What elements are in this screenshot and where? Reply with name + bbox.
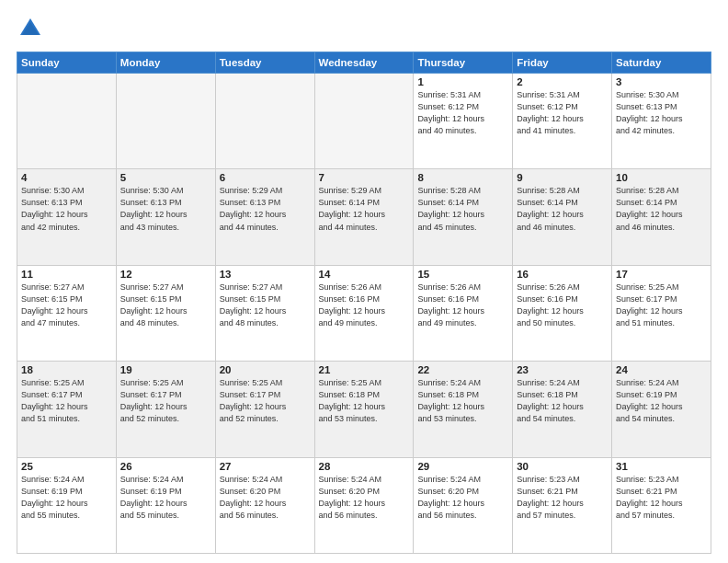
week-row-5: 25Sunrise: 5:24 AMSunset: 6:19 PMDayligh… (17, 457, 711, 553)
header-day-tuesday: Tuesday (215, 52, 314, 74)
day-number: 11 (21, 269, 112, 280)
day-info: Sunrise: 5:29 AMSunset: 6:13 PMDaylight:… (220, 185, 311, 233)
day-info: Sunrise: 5:26 AMSunset: 6:16 PMDaylight:… (417, 282, 508, 329)
day-number: 3 (616, 76, 707, 87)
day-number: 25 (21, 461, 112, 472)
day-number: 8 (417, 172, 508, 183)
week-row-4: 18Sunrise: 5:25 AMSunset: 6:17 PMDayligh… (17, 362, 711, 457)
day-number: 6 (220, 172, 311, 183)
day-number: 13 (220, 269, 311, 280)
day-info: Sunrise: 5:30 AMSunset: 6:13 PMDaylight:… (120, 185, 211, 233)
day-cell: 27Sunrise: 5:24 AMSunset: 6:20 PMDayligh… (215, 457, 314, 553)
day-cell: 20Sunrise: 5:25 AMSunset: 6:17 PMDayligh… (215, 362, 314, 457)
day-cell: 21Sunrise: 5:25 AMSunset: 6:18 PMDayligh… (314, 362, 414, 457)
week-row-3: 11Sunrise: 5:27 AMSunset: 6:15 PMDayligh… (17, 265, 711, 361)
day-info: Sunrise: 5:25 AMSunset: 6:17 PMDaylight:… (220, 377, 311, 425)
day-number: 2 (517, 76, 608, 87)
day-info: Sunrise: 5:24 AMSunset: 6:20 PMDaylight:… (220, 474, 311, 522)
day-info: Sunrise: 5:30 AMSunset: 6:13 PMDaylight:… (616, 89, 707, 137)
day-info: Sunrise: 5:24 AMSunset: 6:18 PMDaylight:… (417, 377, 508, 425)
day-number: 19 (120, 364, 211, 375)
day-cell: 13Sunrise: 5:27 AMSunset: 6:15 PMDayligh… (215, 265, 314, 361)
day-cell: 15Sunrise: 5:26 AMSunset: 6:16 PMDayligh… (414, 265, 513, 361)
day-cell: 19Sunrise: 5:25 AMSunset: 6:17 PMDayligh… (116, 362, 215, 457)
calendar-header: SundayMondayTuesdayWednesdayThursdayFrid… (17, 52, 711, 74)
day-cell: 3Sunrise: 5:30 AMSunset: 6:13 PMDaylight… (612, 74, 711, 169)
day-info: Sunrise: 5:25 AMSunset: 6:17 PMDaylight:… (616, 282, 707, 329)
page: SundayMondayTuesdayWednesdayThursdayFrid… (0, 0, 728, 563)
day-number: 31 (616, 461, 707, 472)
day-cell (314, 74, 414, 169)
day-number: 14 (319, 269, 410, 280)
day-cell: 9Sunrise: 5:28 AMSunset: 6:14 PMDaylight… (513, 169, 612, 265)
day-info: Sunrise: 5:27 AMSunset: 6:15 PMDaylight:… (21, 282, 112, 329)
day-number: 30 (517, 461, 608, 472)
day-cell: 8Sunrise: 5:28 AMSunset: 6:14 PMDaylight… (414, 169, 513, 265)
day-info: Sunrise: 5:30 AMSunset: 6:13 PMDaylight:… (21, 185, 112, 233)
day-info: Sunrise: 5:24 AMSunset: 6:18 PMDaylight:… (517, 377, 608, 425)
week-row-2: 4Sunrise: 5:30 AMSunset: 6:13 PMDaylight… (17, 169, 711, 265)
header-day-monday: Monday (116, 52, 215, 74)
day-info: Sunrise: 5:31 AMSunset: 6:12 PMDaylight:… (417, 89, 508, 137)
day-cell: 5Sunrise: 5:30 AMSunset: 6:13 PMDaylight… (116, 169, 215, 265)
day-info: Sunrise: 5:27 AMSunset: 6:15 PMDaylight:… (220, 282, 311, 329)
day-info: Sunrise: 5:26 AMSunset: 6:16 PMDaylight:… (517, 282, 608, 329)
day-cell: 29Sunrise: 5:24 AMSunset: 6:20 PMDayligh… (414, 457, 513, 553)
day-cell: 26Sunrise: 5:24 AMSunset: 6:19 PMDayligh… (116, 457, 215, 553)
day-cell: 17Sunrise: 5:25 AMSunset: 6:17 PMDayligh… (612, 265, 711, 361)
day-cell: 6Sunrise: 5:29 AMSunset: 6:13 PMDaylight… (215, 169, 314, 265)
day-info: Sunrise: 5:23 AMSunset: 6:21 PMDaylight:… (517, 474, 608, 522)
day-info: Sunrise: 5:25 AMSunset: 6:17 PMDaylight:… (21, 377, 112, 425)
day-number: 16 (517, 269, 608, 280)
day-number: 5 (120, 172, 211, 183)
day-cell: 18Sunrise: 5:25 AMSunset: 6:17 PMDayligh… (17, 362, 117, 457)
day-cell: 25Sunrise: 5:24 AMSunset: 6:19 PMDayligh… (17, 457, 117, 553)
day-number: 28 (319, 461, 410, 472)
day-cell: 10Sunrise: 5:28 AMSunset: 6:14 PMDayligh… (612, 169, 711, 265)
header-day-saturday: Saturday (612, 52, 711, 74)
header (17, 15, 711, 42)
day-cell (116, 74, 215, 169)
day-number: 4 (21, 172, 112, 183)
day-cell: 7Sunrise: 5:29 AMSunset: 6:14 PMDaylight… (314, 169, 414, 265)
day-cell: 11Sunrise: 5:27 AMSunset: 6:15 PMDayligh… (17, 265, 117, 361)
day-cell: 4Sunrise: 5:30 AMSunset: 6:13 PMDaylight… (17, 169, 117, 265)
day-cell: 24Sunrise: 5:24 AMSunset: 6:19 PMDayligh… (612, 362, 711, 457)
calendar-body: 1Sunrise: 5:31 AMSunset: 6:12 PMDaylight… (17, 74, 711, 554)
day-cell: 31Sunrise: 5:23 AMSunset: 6:21 PMDayligh… (612, 457, 711, 553)
day-number: 24 (616, 364, 707, 375)
day-number: 20 (220, 364, 311, 375)
day-number: 21 (319, 364, 410, 375)
day-info: Sunrise: 5:25 AMSunset: 6:18 PMDaylight:… (319, 377, 410, 425)
day-info: Sunrise: 5:31 AMSunset: 6:12 PMDaylight:… (517, 89, 608, 137)
day-cell: 23Sunrise: 5:24 AMSunset: 6:18 PMDayligh… (513, 362, 612, 457)
header-row: SundayMondayTuesdayWednesdayThursdayFrid… (17, 52, 711, 74)
day-info: Sunrise: 5:29 AMSunset: 6:14 PMDaylight:… (319, 185, 410, 233)
day-number: 12 (120, 269, 211, 280)
day-cell (17, 74, 117, 169)
logo (17, 15, 48, 42)
day-info: Sunrise: 5:24 AMSunset: 6:20 PMDaylight:… (417, 474, 508, 522)
day-cell: 12Sunrise: 5:27 AMSunset: 6:15 PMDayligh… (116, 265, 215, 361)
day-info: Sunrise: 5:27 AMSunset: 6:15 PMDaylight:… (120, 282, 211, 329)
day-number: 23 (517, 364, 608, 375)
calendar-table: SundayMondayTuesdayWednesdayThursdayFrid… (17, 52, 711, 554)
logo-icon (17, 15, 44, 42)
day-info: Sunrise: 5:25 AMSunset: 6:17 PMDaylight:… (120, 377, 211, 425)
day-number: 15 (417, 269, 508, 280)
week-row-1: 1Sunrise: 5:31 AMSunset: 6:12 PMDaylight… (17, 74, 711, 169)
day-number: 18 (21, 364, 112, 375)
day-number: 27 (220, 461, 311, 472)
day-number: 22 (417, 364, 508, 375)
day-info: Sunrise: 5:26 AMSunset: 6:16 PMDaylight:… (319, 282, 410, 329)
day-number: 1 (417, 76, 508, 87)
day-number: 10 (616, 172, 707, 183)
day-cell: 22Sunrise: 5:24 AMSunset: 6:18 PMDayligh… (414, 362, 513, 457)
header-day-thursday: Thursday (414, 52, 513, 74)
day-cell: 16Sunrise: 5:26 AMSunset: 6:16 PMDayligh… (513, 265, 612, 361)
day-info: Sunrise: 5:28 AMSunset: 6:14 PMDaylight:… (517, 185, 608, 233)
header-day-sunday: Sunday (17, 52, 117, 74)
day-info: Sunrise: 5:24 AMSunset: 6:19 PMDaylight:… (616, 377, 707, 425)
header-day-friday: Friday (513, 52, 612, 74)
day-info: Sunrise: 5:28 AMSunset: 6:14 PMDaylight:… (616, 185, 707, 233)
